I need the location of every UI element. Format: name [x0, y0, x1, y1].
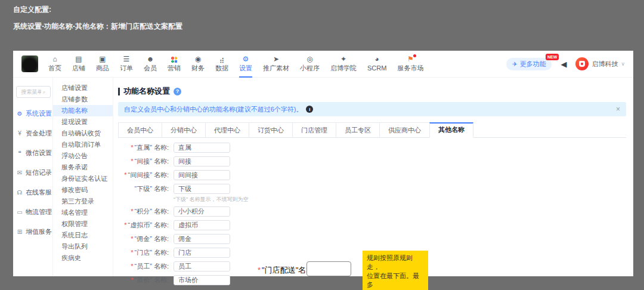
- search-icon: ⌕: [42, 89, 45, 95]
- sub-sidebar: 店铺设置店铺参数功能名称提现设置自动确认收货自动取消订单浮动公告服务承诺身份证实…: [52, 78, 113, 276]
- nav-item-marketing[interactable]: 营销: [167, 55, 181, 73]
- submenu-item[interactable]: 自动确认收货: [53, 128, 113, 139]
- submenu-item[interactable]: 服务承诺: [53, 162, 113, 173]
- nav-item-academy[interactable]: ✦启博学院: [330, 54, 357, 73]
- submenu-item[interactable]: 修改密码: [53, 184, 113, 196]
- tab-8[interactable]: 其他名称: [429, 122, 473, 138]
- sidebar-item-value-added-services[interactable]: ⊞增值服务: [13, 222, 52, 242]
- orders-icon: ☰: [123, 55, 130, 63]
- form-row-input[interactable]: [174, 170, 230, 180]
- service-market-icon: ⚑: [407, 55, 414, 63]
- new-badge: NEW: [546, 54, 559, 60]
- nav-item-data[interactable]: ⣴数据: [215, 54, 229, 73]
- form-row: *“积分” 名称:: [118, 206, 626, 217]
- more-features-button[interactable]: ✈ 更多功能 NEW: [506, 58, 552, 70]
- submenu-item[interactable]: 店铺设置: [53, 82, 113, 94]
- sidebar-item-funds[interactable]: ¥资金处理: [13, 124, 52, 143]
- form-row-input[interactable]: [174, 248, 230, 258]
- menu-search-input[interactable]: [21, 89, 41, 95]
- sms-records-icon: ✉: [16, 169, 23, 176]
- page-title: 功能名称设置: [123, 86, 170, 97]
- nav-item-members[interactable]: ☻会员: [143, 54, 157, 73]
- announcement-speaker-icon[interactable]: ◀: [561, 60, 566, 69]
- submenu-item[interactable]: 自动取消订单: [53, 139, 113, 150]
- new-field-input[interactable]: [306, 261, 351, 276]
- account-menu[interactable]: 启博科技 ∨: [575, 57, 625, 70]
- menu-search-box[interactable]: ⌕: [16, 86, 51, 98]
- sidebar-item-label: 物流管理: [26, 208, 52, 217]
- tab-6[interactable]: 员工专区: [336, 122, 379, 138]
- sticky-note-line: 位置在最下面。最多: [367, 272, 424, 289]
- panel-body: ⌕ ⚙系统设置¥资金处理❝微信设置✉短信记录☊在线客服▭物流管理⊞增值服务 店铺…: [13, 78, 633, 276]
- form-row: *“佣金” 名称:: [118, 234, 626, 244]
- nav-item-finance[interactable]: ◉财务: [191, 54, 205, 73]
- sidebar-item-wechat-settings[interactable]: ❝微信设置: [13, 143, 52, 163]
- nav-item-settings[interactable]: ⚙设置: [239, 54, 253, 73]
- tab-7[interactable]: 供应商中心: [379, 122, 429, 138]
- submenu-item[interactable]: 身份证实名认证: [53, 173, 113, 184]
- form-row-input[interactable]: [174, 220, 230, 230]
- submenu-item[interactable]: 疾病史: [53, 252, 113, 264]
- title-accent-bar: [118, 88, 120, 95]
- tab-1[interactable]: 会员中心: [118, 122, 162, 138]
- nav-item-label: 小程序: [300, 64, 320, 72]
- submenu-item[interactable]: 权限管理: [53, 218, 113, 230]
- tab-bar: 会员中心分销中心代理中心订货中心门店管理员工专区供应商中心其他名称: [118, 122, 626, 138]
- close-icon[interactable]: ×: [616, 105, 620, 113]
- submenu-item[interactable]: 功能名称: [53, 105, 113, 116]
- nav-item-orders[interactable]: ☰订单: [119, 54, 134, 73]
- finance-icon: ◉: [195, 55, 201, 63]
- nav-item-shop[interactable]: ▤店铺: [72, 54, 86, 73]
- nav-item-label: 会员: [144, 64, 157, 72]
- required-asterisk: *: [258, 266, 261, 274]
- form-row-input[interactable]: [174, 234, 230, 244]
- scrm-icon: ◕: [375, 55, 379, 63]
- tab-4[interactable]: 订货中心: [249, 122, 292, 138]
- sidebar-item-system-settings[interactable]: ⚙系统设置: [13, 104, 52, 124]
- form-row-input[interactable]: [174, 156, 230, 166]
- form-row: *“虚拟币” 名称:: [118, 220, 626, 230]
- nav-item-label: 订单: [120, 64, 133, 72]
- tab-5[interactable]: 门店管理: [292, 122, 336, 138]
- navbar-right: ✈ 更多功能 NEW ◀ 启博科技 ∨: [506, 57, 625, 70]
- submenu-item[interactable]: 提现设置: [53, 116, 113, 128]
- form-row-input[interactable]: [174, 184, 230, 194]
- submenu-item[interactable]: 店铺参数: [53, 94, 113, 105]
- nav-item-service-market[interactable]: ⚑服务市场: [397, 54, 424, 73]
- sidebar-item-logistics[interactable]: ▭物流管理: [13, 202, 52, 222]
- form-row: *“间间接” 名称:: [118, 170, 626, 180]
- submenu-item[interactable]: 第三方登录: [53, 196, 113, 207]
- submenu-item[interactable]: 浮动公告: [53, 150, 113, 162]
- form-row-label: *“间接” 名称:: [118, 157, 174, 166]
- sidebar-item-online-service[interactable]: ☊在线客服: [13, 183, 52, 202]
- form-row-hint: “下级” 名称显示，不填写则为空: [174, 196, 626, 203]
- data-icon: ⣴: [219, 55, 225, 63]
- nav-item-promo-material[interactable]: ➤推广素材: [262, 54, 290, 73]
- info-icon: i: [306, 106, 313, 113]
- annotation-subtitle: 系统设置-功能名称-其他名称：新增门店配送文案配置: [13, 21, 182, 32]
- form-row-label: *“原价” 名称:: [118, 276, 174, 285]
- funds-icon: ¥: [16, 130, 23, 137]
- settings-icon: ⚙: [243, 55, 249, 63]
- nav-item-home[interactable]: ⌂首页: [48, 54, 62, 73]
- logistics-icon: ▭: [16, 209, 23, 215]
- tab-3[interactable]: 代理中心: [205, 122, 249, 138]
- new-field-label: *"门店配送"名称: [258, 265, 314, 276]
- nav-item-scrm[interactable]: ◕SCRM: [367, 54, 387, 73]
- form-row-label: *“门店” 名称:: [118, 248, 174, 257]
- help-icon[interactable]: ?: [174, 88, 181, 95]
- nav-item-label: 商品: [96, 64, 109, 72]
- tab-2[interactable]: 分销中心: [162, 122, 205, 138]
- submenu-item[interactable]: 系统日志: [53, 230, 113, 241]
- form-row-input[interactable]: [174, 261, 230, 272]
- form-row-input[interactable]: [174, 143, 230, 153]
- nav-item-goods[interactable]: ▣商品: [95, 54, 110, 73]
- form-row-input[interactable]: [174, 275, 230, 285]
- form-row-input[interactable]: [174, 206, 230, 217]
- nav-item-mini-program[interactable]: ◎小程序: [299, 54, 320, 73]
- nav-item-label: SCRM: [367, 64, 386, 72]
- sidebar-item-sms-records[interactable]: ✉短信记录: [13, 163, 52, 183]
- submenu-item[interactable]: 域名管理: [53, 207, 113, 218]
- submenu-item[interactable]: 导出队列: [53, 241, 113, 252]
- required-asterisk: *: [131, 158, 133, 165]
